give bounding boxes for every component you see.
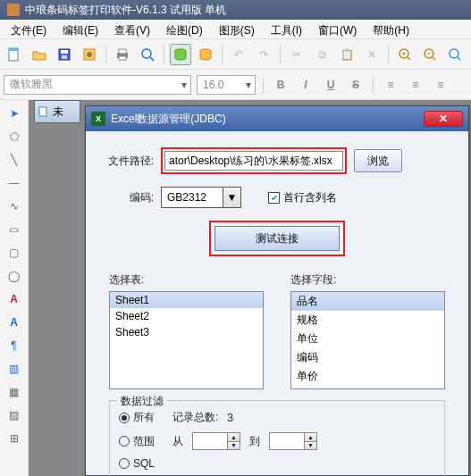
database2-icon[interactable] xyxy=(195,44,216,65)
database-icon[interactable] xyxy=(170,44,191,65)
side-toolbar: ➤ ⬠ ╲ — ∿ ▭ ▢ ◯ A A ¶ ▥ ▦ ▨ ⊞ xyxy=(0,100,29,476)
svg-line-11 xyxy=(150,57,154,61)
menu-window[interactable]: 窗口(W) xyxy=(311,21,364,37)
menu-file[interactable]: 文件(E) xyxy=(4,21,54,37)
undo-icon[interactable]: ↶ xyxy=(228,44,249,65)
document-tab[interactable]: 未 xyxy=(34,100,80,123)
align-left-icon[interactable]: ≡ xyxy=(381,75,400,95)
pointer-tool-icon[interactable]: ➤ xyxy=(4,104,24,123)
curve-tool-icon[interactable]: ∿ xyxy=(4,196,24,216)
path-label: 文件路径: xyxy=(100,154,154,169)
test-connection-button[interactable]: 测试连接 xyxy=(214,226,340,251)
doc-icon xyxy=(38,106,49,117)
font-toolbar: 微软雅黑 16.0 B I U S ≡ ≡ ≡ xyxy=(0,70,471,100)
ellipse-tool-icon[interactable]: ◯ xyxy=(4,266,24,286)
rect-tool-icon[interactable]: ▭ xyxy=(4,220,24,239)
svg-point-10 xyxy=(142,49,151,58)
select-field-label: 选择字段: xyxy=(290,272,445,288)
list-item[interactable]: 单价 xyxy=(291,367,444,386)
svg-rect-3 xyxy=(61,50,68,54)
richtext-tool-icon[interactable]: ¶ xyxy=(4,336,24,355)
roundrect-tool-icon[interactable]: ▢ xyxy=(4,243,24,263)
image-tool-icon[interactable]: ▨ xyxy=(4,405,24,425)
to-label: 到 xyxy=(249,434,260,449)
menu-help[interactable]: 帮助(H) xyxy=(366,21,416,37)
underline-button[interactable]: U xyxy=(321,75,341,95)
text2-tool-icon[interactable]: A xyxy=(4,313,24,332)
radio-all[interactable]: 所有 xyxy=(119,410,155,425)
menu-view[interactable]: 查看(V) xyxy=(107,21,157,37)
path-highlight xyxy=(161,147,347,174)
bold-button[interactable]: B xyxy=(271,75,290,95)
firstrow-checkbox[interactable]: ✔ 首行含列名 xyxy=(268,190,337,205)
zoom-in-icon[interactable] xyxy=(394,44,416,65)
barcode-tool-icon[interactable]: ▥ xyxy=(4,359,24,379)
svg-rect-4 xyxy=(62,55,67,59)
checkmark-icon: ✔ xyxy=(268,192,280,204)
app-icon xyxy=(7,4,20,16)
delete-icon[interactable]: ✕ xyxy=(361,44,383,65)
svg-line-17 xyxy=(408,57,410,60)
test-highlight: 测试连接 xyxy=(209,221,345,256)
align-right-icon[interactable]: ≡ xyxy=(431,75,450,95)
datasource-dialog: X Excel数据源管理(JDBC) ✕ 文件路径: 浏览 编码: GB2312… xyxy=(85,105,469,476)
new-file-icon[interactable] xyxy=(4,44,25,65)
menu-edit[interactable]: 编辑(E) xyxy=(55,21,105,37)
list-item[interactable]: 品名 xyxy=(291,292,444,311)
browse-button[interactable]: 浏览 xyxy=(354,149,402,172)
align-center-icon[interactable]: ≡ xyxy=(406,75,425,95)
redo-icon[interactable]: ↷ xyxy=(253,44,274,65)
dialog-titlebar[interactable]: X Excel数据源管理(JDBC) ✕ xyxy=(86,106,468,131)
preview-icon[interactable] xyxy=(137,44,158,65)
zoom-out-icon[interactable] xyxy=(419,44,441,65)
from-spinner[interactable]: ▲▼ xyxy=(192,432,240,450)
app-titlebar: 中琅条码标签打印软件-V6.1.3 试用版 单机 xyxy=(0,0,471,20)
open-file-icon[interactable] xyxy=(29,44,50,65)
line-tool-icon[interactable]: ╲ xyxy=(4,150,24,170)
close-button[interactable]: ✕ xyxy=(424,111,463,127)
chevron-down-icon: ▼ xyxy=(223,188,240,207)
filter-label: 数据过滤 xyxy=(117,394,167,409)
list-item[interactable]: Sheet2 xyxy=(110,308,263,324)
grid-tool-icon[interactable]: ⊞ xyxy=(4,429,24,448)
font-combo[interactable]: 微软雅黑 xyxy=(4,75,191,95)
svg-rect-23 xyxy=(39,107,46,116)
menubar: 文件(E) 编辑(E) 查看(V) 绘图(D) 图形(S) 工具(I) 窗口(W… xyxy=(0,20,471,39)
strike-button[interactable]: S xyxy=(346,75,366,95)
size-combo[interactable]: 16.0 xyxy=(197,75,256,95)
path-input[interactable] xyxy=(164,151,343,171)
settings-icon[interactable] xyxy=(79,44,100,65)
svg-rect-8 xyxy=(119,49,126,54)
menu-shape[interactable]: 图形(S) xyxy=(212,21,262,37)
zoom-fit-icon[interactable] xyxy=(444,44,466,65)
list-item[interactable]: Sheet3 xyxy=(110,324,263,340)
app-title: 中琅条码标签打印软件-V6.1.3 试用版 单机 xyxy=(25,3,226,18)
italic-button[interactable]: I xyxy=(296,75,315,95)
shape-tool-icon[interactable]: ⬠ xyxy=(4,127,24,146)
to-spinner[interactable]: ▲▼ xyxy=(269,432,317,450)
menu-draw[interactable]: 绘图(D) xyxy=(159,21,210,37)
qr-tool-icon[interactable]: ▦ xyxy=(4,382,24,402)
text-tool-icon[interactable]: A xyxy=(4,289,24,309)
list-item[interactable]: 规格 xyxy=(291,311,444,330)
table-listbox[interactable]: Sheet1 Sheet2 Sheet3 xyxy=(109,291,264,389)
save-icon[interactable] xyxy=(54,44,75,65)
hline-tool-icon[interactable]: — xyxy=(4,173,24,193)
list-item[interactable]: Sheet1 xyxy=(110,292,263,308)
list-item[interactable]: 单位 xyxy=(291,330,444,348)
list-item[interactable]: 编码 xyxy=(291,348,444,367)
paste-icon[interactable]: 📋 xyxy=(336,44,357,65)
encoding-label: 编码: xyxy=(100,190,154,205)
radio-range[interactable]: 范围 xyxy=(119,434,155,449)
copy-icon[interactable]: ⧉ xyxy=(311,44,332,65)
encoding-combo[interactable]: GB2312▼ xyxy=(161,187,241,208)
print-icon[interactable] xyxy=(112,44,133,65)
field-listbox[interactable]: 品名 规格 单位 编码 单价 xyxy=(290,291,445,389)
svg-rect-1 xyxy=(9,48,18,51)
from-label: 从 xyxy=(172,434,183,449)
excel-icon: X xyxy=(91,112,105,126)
main-toolbar: ↶ ↷ ✂ ⧉ 📋 ✕ xyxy=(0,39,471,70)
cut-icon[interactable]: ✂ xyxy=(286,44,307,65)
menu-tool[interactable]: 工具(I) xyxy=(264,21,309,37)
radio-sql[interactable]: SQL xyxy=(119,457,155,470)
